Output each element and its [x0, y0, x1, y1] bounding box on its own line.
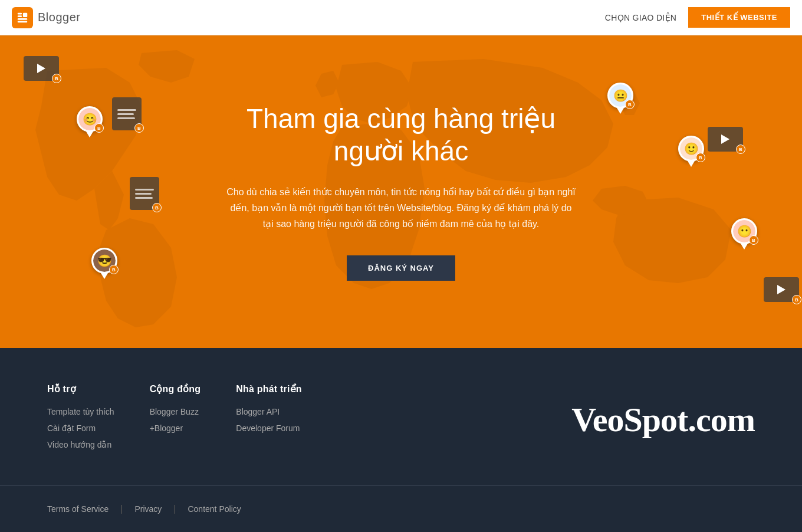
blogger-badge-4: B [109, 265, 117, 274]
post-line [117, 113, 134, 115]
footer-bottom: Terms of Service | Privacy | Content Pol… [47, 486, 755, 532]
blogger-name-label: Blogger [38, 11, 80, 24]
footer-col-support-links: Template tùy thích Cài đặt Form Video hư… [47, 406, 114, 450]
post-line [135, 193, 152, 195]
footer-link-form[interactable]: Cài đặt Form [47, 423, 96, 433]
post-icon-1: B [112, 97, 142, 130]
site-footer: Hỗ trợ Template tùy thích Cài đặt Form V… [0, 348, 802, 532]
footer-link-api[interactable]: Blogger API [236, 407, 280, 416]
video-badge-2: B [736, 145, 745, 154]
video-icon-2: B [708, 127, 743, 152]
video-badge-3: B [792, 295, 801, 304]
footer-link-plus[interactable]: +Blogger [150, 423, 183, 433]
footer-link-devforum[interactable]: Developer Forum [236, 423, 300, 433]
post-icon-2: B [130, 177, 159, 210]
footer-link-item: +Blogger [150, 423, 201, 434]
video-icon-3: B [764, 277, 799, 302]
pin-tail-5 [741, 244, 748, 249]
pin-marker-1: 😊 B [77, 106, 103, 137]
footer-logo-col: VeoSpot.com [571, 383, 755, 456]
privacy-link[interactable]: Privacy [134, 504, 162, 514]
post-line [117, 117, 135, 119]
footer-col-support: Hỗ trợ Template tùy thích Cài đặt Form V… [47, 383, 114, 456]
footer-col-dev-links: Blogger API Developer Forum [236, 406, 301, 434]
logo-area: Blogger [12, 7, 80, 28]
footer-link-item: Blogger API [236, 406, 301, 417]
footer-col-dev-heading: Nhà phát triển [236, 383, 301, 395]
video-badge-1: B [52, 74, 61, 83]
footer-link-item: Video hướng dẫn [47, 439, 114, 450]
veospot-logo: VeoSpot.com [571, 400, 755, 439]
avatar-3: 🙂 B [678, 136, 704, 162]
footer-link-item: Blogger Buzz [150, 406, 201, 417]
footer-col-community-heading: Cộng đồng [150, 383, 201, 395]
play-triangle-3 [777, 285, 785, 294]
hero-title: Tham gia cùng hàng triệu người khác [224, 103, 578, 168]
separator-2: | [173, 504, 176, 514]
play-triangle-1 [37, 64, 45, 73]
avatar-5: 😶 B [731, 218, 757, 244]
footer-col-community-links: Blogger Buzz +Blogger [150, 406, 201, 434]
blogger-badge-3: B [696, 153, 704, 162]
pin-marker-3: 🙂 B [678, 136, 704, 167]
svg-rect-4 [23, 12, 27, 17]
blogger-logo-icon [12, 7, 33, 28]
content-policy-link[interactable]: Content Policy [188, 504, 241, 514]
footer-link-template[interactable]: Template tùy thích [47, 407, 114, 416]
post-lines-1 [114, 106, 140, 123]
header-nav: CHỌN GIAO DIỆN THIẾT KẾ WEBSITE [605, 7, 790, 28]
footer-link-item: Template tùy thích [47, 406, 114, 417]
site-header: Blogger CHỌN GIAO DIỆN THIẾT KẾ WEBSITE [0, 0, 802, 35]
svg-rect-3 [18, 21, 28, 22]
pin-tail-2 [617, 108, 624, 114]
footer-col-support-heading: Hỗ trợ [47, 383, 114, 395]
post-line [135, 197, 153, 199]
pin-marker-5: 😶 B [731, 218, 757, 249]
svg-rect-0 [18, 12, 22, 14]
footer-link-buzz[interactable]: Blogger Buzz [150, 407, 199, 416]
footer-link-item: Developer Forum [236, 423, 301, 434]
separator-1: | [120, 504, 123, 514]
chon-giao-dien-link[interactable]: CHỌN GIAO DIỆN [605, 13, 676, 22]
avatar-2: 😐 B [607, 83, 633, 109]
avatar-4: 😎 B [91, 248, 117, 274]
post-badge-2: B [152, 203, 162, 212]
svg-rect-1 [18, 15, 22, 17]
post-lines-2 [132, 185, 157, 202]
hero-content: Tham gia cùng hàng triệu người khác Cho … [224, 103, 578, 281]
svg-rect-2 [18, 18, 28, 19]
dang-ky-button[interactable]: ĐĂNG KÝ NGAY [347, 255, 455, 281]
pin-tail-4 [101, 273, 108, 279]
avatar-1: 😊 B [77, 106, 103, 132]
footer-link-video[interactable]: Video hướng dẫn [47, 440, 111, 449]
pin-marker-2: 😐 B [607, 83, 633, 114]
pin-tail-1 [86, 132, 93, 137]
play-triangle-2 [721, 134, 729, 144]
pin-marker-4: 😎 B [91, 248, 117, 279]
post-line [135, 189, 154, 191]
terms-of-service-link[interactable]: Terms of Service [47, 504, 109, 514]
hero-section: 😊 B 😐 B 🙂 B 😎 B 😶 B [0, 35, 802, 348]
footer-col-dev: Nhà phát triển Blogger API Developer For… [236, 383, 301, 456]
pin-tail-3 [688, 161, 695, 167]
blogger-badge-2: B [625, 100, 633, 109]
footer-col-community: Cộng đồng Blogger Buzz +Blogger [150, 383, 201, 456]
blogger-badge-1: B [94, 123, 103, 132]
thiet-ke-button[interactable]: THIẾT KẾ WEBSITE [688, 7, 790, 28]
post-badge-1: B [134, 123, 144, 133]
footer-link-item: Cài đặt Form [47, 423, 114, 434]
post-line [117, 109, 136, 111]
video-icon-1: B [24, 56, 59, 81]
hero-description: Cho dù chia sẻ kiến thức chuyên môn, tin… [224, 184, 578, 232]
blogger-badge-5: B [749, 235, 757, 244]
footer-columns: Hỗ trợ Template tùy thích Cài đặt Form V… [47, 383, 755, 456]
